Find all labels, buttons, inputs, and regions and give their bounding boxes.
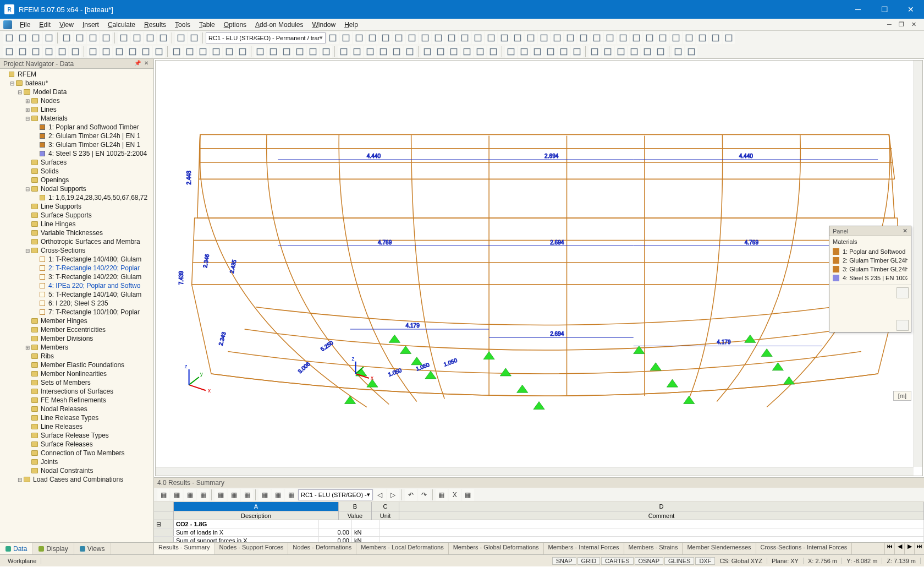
toolbar-button[interactable]	[485, 32, 497, 44]
material-row[interactable]: 4: Steel S 235 | EN 1002	[833, 274, 908, 282]
toolbar-button[interactable]	[683, 32, 695, 44]
tree-item[interactable]: Line Hinges	[0, 220, 153, 228]
tree-item[interactable]: ⊞Nodes	[0, 96, 153, 105]
toolbar-button[interactable]	[630, 32, 642, 44]
toolbar-button[interactable]	[487, 46, 499, 58]
tree-item[interactable]: ⊟Model Data	[0, 88, 153, 96]
results-tool-button[interactable]: ▦	[197, 489, 209, 501]
results-grid[interactable]: A B C D Description Value Unit Comment ⊟…	[154, 502, 924, 542]
menu-help[interactable]: Help	[340, 20, 362, 30]
tree-item[interactable]: ⊟Materials	[0, 114, 153, 123]
toolbar-button[interactable]	[364, 46, 376, 58]
status-toggle-dxf[interactable]: DXF	[695, 557, 715, 565]
loadcase-combo[interactable]: RC1 - ELU (STR/GEO) - Permanent / trar▾	[206, 32, 326, 43]
toolbar-button[interactable]	[393, 32, 405, 44]
status-toggle-glines[interactable]: GLINES	[664, 557, 694, 565]
tree-item[interactable]: 2: T-Rectangle 140/220; Poplar	[0, 264, 153, 272]
status-toggle-snap[interactable]: SNAP	[552, 557, 576, 565]
toolbar-button[interactable]	[127, 46, 139, 58]
viewport-scrollbar-vertical[interactable]	[914, 61, 922, 467]
toolbar-button[interactable]	[404, 46, 416, 58]
menu-edit[interactable]: Edit	[35, 20, 55, 30]
menu-options[interactable]: Options	[219, 20, 251, 30]
navigator-close-button[interactable]: ✕	[142, 60, 150, 68]
navigator-pin-button[interactable]: 📌	[134, 60, 141, 68]
tree-item[interactable]: ⊟Load Cases and Combinations	[0, 475, 153, 484]
status-toggle-osnap[interactable]: OSNAP	[635, 557, 664, 565]
toolbar-button[interactable]	[61, 32, 73, 44]
toolbar-button[interactable]	[448, 46, 460, 58]
toolbar-button[interactable]	[74, 32, 86, 44]
toolbar-button[interactable]	[670, 32, 682, 44]
tab-scroll-button[interactable]: ◀	[894, 543, 904, 554]
toolbar-button[interactable]	[16, 32, 29, 44]
toolbar-button[interactable]	[672, 46, 684, 58]
material-row[interactable]: 3: Glulam Timber GL24h	[833, 265, 908, 274]
toolbar-button[interactable]	[571, 46, 583, 58]
toolbar-button[interactable]	[144, 32, 156, 44]
tree-item[interactable]: Nodal Releases	[0, 405, 153, 413]
close-button[interactable]: ✕	[898, 0, 924, 19]
toolbar-button[interactable]	[578, 32, 590, 44]
toolbar-button[interactable]	[131, 32, 143, 44]
tree-item[interactable]: 2: Glulam Timber GL24h | EN 1	[0, 132, 153, 140]
tree-item[interactable]: ⊞Lines	[0, 105, 153, 114]
results-nav-button[interactable]: ▦	[462, 489, 474, 501]
toolbar-button[interactable]	[118, 32, 130, 44]
toolbar-button[interactable]	[16, 46, 29, 58]
toolbar-button[interactable]	[602, 46, 614, 58]
results-tool-button[interactable]: ▦	[228, 489, 240, 501]
nav-tab-data[interactable]: Data	[0, 543, 33, 554]
panel-button-2[interactable]	[897, 320, 909, 331]
expand-icon[interactable]: ⊞	[24, 98, 31, 104]
menu-file[interactable]: File	[15, 20, 35, 30]
tree-item[interactable]: 1: Poplar and Softwood Timber	[0, 123, 153, 132]
tree-item[interactable]: Line Releases	[0, 422, 153, 431]
tab-scroll-button[interactable]: ⏮	[884, 543, 894, 554]
toolbar-button[interactable]	[696, 32, 708, 44]
expand-icon[interactable]: ⊟	[16, 477, 23, 483]
materials-panel-close-icon[interactable]: ✕	[903, 227, 908, 235]
toolbar-button[interactable]	[380, 32, 392, 44]
results-nav-button[interactable]: X	[449, 489, 461, 501]
toolbar-button[interactable]	[3, 32, 15, 44]
results-nav-button[interactable]: ◁	[374, 489, 386, 501]
toolbar-button[interactable]	[43, 32, 55, 44]
toolbar-button[interactable]	[307, 46, 319, 58]
expand-icon[interactable]: ⊟	[9, 80, 15, 86]
results-tab[interactable]: Nodes - Deformations	[288, 543, 356, 554]
tree-item[interactable]: ⊟Nodal Supports	[0, 184, 153, 193]
menu-calculate[interactable]: Calculate	[103, 20, 140, 30]
toolbar-button[interactable]	[377, 46, 389, 58]
tree-item[interactable]: Member Eccentricities	[0, 325, 153, 334]
tab-scroll-button[interactable]: ▶	[904, 543, 914, 554]
toolbar-button[interactable]	[100, 32, 112, 44]
toolbar-button[interactable]	[184, 46, 196, 58]
toolbar-button[interactable]	[419, 32, 431, 44]
tree-item[interactable]: Openings	[0, 176, 153, 184]
expand-icon[interactable]: ⊟	[24, 248, 31, 254]
tree-item[interactable]: Intersections of Surfaces	[0, 387, 153, 396]
nav-tab-display[interactable]: Display	[33, 543, 74, 554]
toolbar-button[interactable]	[474, 46, 486, 58]
toolbar-button[interactable]	[531, 46, 543, 58]
tree-item[interactable]: Connection of Two Members	[0, 449, 153, 457]
tree-item[interactable]: Member Nonlinearities	[0, 369, 153, 378]
material-row[interactable]: 1: Poplar and Softwood	[833, 247, 908, 256]
menu-table[interactable]: Table	[195, 20, 219, 30]
results-nav-button[interactable]: ▷	[387, 489, 399, 501]
results-nav-button[interactable]: ▦	[436, 489, 448, 501]
toolbar-button[interactable]	[340, 32, 352, 44]
results-tool-button[interactable]: ▦	[258, 489, 271, 501]
tree-item[interactable]: Surfaces	[0, 158, 153, 167]
results-nav-button[interactable]: ↶	[405, 489, 417, 501]
status-toggle-cartes[interactable]: CARTES	[601, 557, 633, 565]
toolbar-button[interactable]	[644, 32, 656, 44]
tree-item[interactable]: Nodal Constraints	[0, 466, 153, 475]
results-tab[interactable]: Nodes - Support Forces	[215, 543, 289, 554]
doc-close-button[interactable]: ✕	[909, 21, 919, 29]
toolbar-button[interactable]	[294, 46, 306, 58]
maximize-button[interactable]: ☐	[871, 0, 898, 19]
viewport-scrollbar-horizontal[interactable]	[156, 467, 914, 476]
toolbar-button[interactable]	[498, 32, 510, 44]
